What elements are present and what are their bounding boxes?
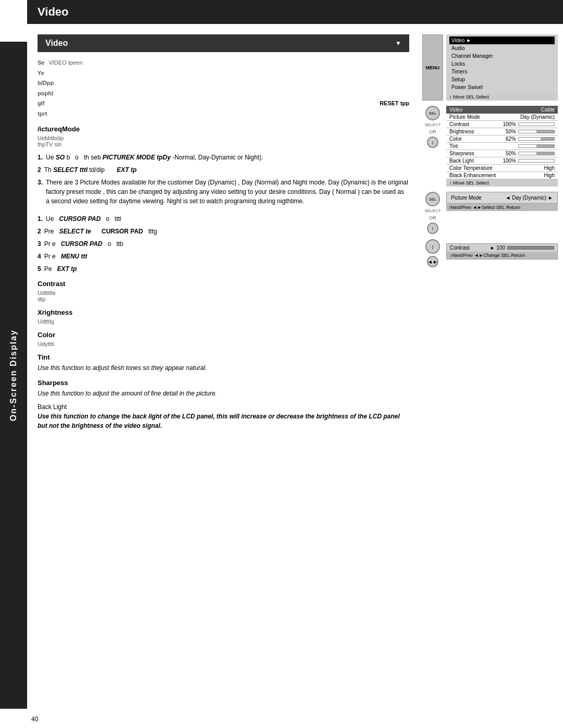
contrast-footer-text: ↕Next/Prev ◄►Change SEL Return (450, 253, 525, 258)
contrast-panel-group: ↕ ◄► Contrast ► 100 ↕Next/Prev (422, 239, 558, 267)
brightness-value-panel: 50% (506, 129, 555, 134)
color-desc: Udytttl (38, 341, 409, 347)
cursor-num-2: 2 (38, 227, 41, 236)
cursor-item-1-text: Ue CURSOR PAD o tttl (46, 214, 121, 224)
contrast-heading: Contrast (38, 280, 409, 288)
brightness-bar (518, 130, 555, 133)
content-wrapper: Video ▼ Se VIDEO tpeen Ye b/Dpp pophl (27, 34, 563, 436)
settings-panel-footer: ↕ Move SEL Select (446, 179, 558, 187)
backlight-label-panel: Back Light (449, 158, 474, 164)
contrast-panel: Contrast ► 100 ↕Next/Prev ◄►Change SEL R… (446, 239, 558, 267)
cursor-num-1: 1. (38, 214, 43, 224)
nav-button-2[interactable]: ↕ (427, 223, 438, 234)
select-text-2: SELECT (424, 208, 440, 213)
brightness-desc: Udtttlg (38, 318, 409, 325)
paragraph-3-wrapper: 3. There are 3 Picture Modes available f… (38, 178, 409, 209)
brightness-row: Brightness 50% (446, 128, 558, 135)
settings-footer-text: ↕ Move SEL Select (449, 180, 489, 186)
sharpness-pct: 50% (506, 151, 516, 156)
settings-tprt-label: tprt (38, 109, 47, 119)
tint-section: Tint Use this function to adjust flesh t… (38, 353, 409, 373)
picture-mode-inline-panel: Picture Mode ◄ Day (Dynamic) ► ↕Next/Pre… (446, 192, 558, 234)
blackenhance-row: Black Enhancement High (446, 172, 558, 179)
numbered-item-3: 3. There are 3 Picture Modes available f… (38, 178, 409, 209)
sharpness-desc: Use this function to adjust the amount o… (38, 389, 409, 398)
cursor-item-4-text: Pr e MENU ttt (44, 252, 88, 261)
tint-label-panel: Tint (449, 143, 458, 149)
video-dropdown[interactable]: Video ▼ (38, 34, 409, 52)
backlight-section: Back Light Use this function to change t… (38, 403, 409, 430)
sharpness-bar (518, 152, 555, 155)
backlight-bar (518, 159, 555, 163)
picture-mode-row: Picture Mode Day (Dynamic) (446, 114, 558, 121)
menu-footer-text: ↕ Move SEL Select (449, 94, 489, 100)
colortemp-label-panel: Color Temperature (449, 165, 493, 171)
tint-row: Tint (446, 143, 558, 150)
menu-item-locks[interactable]: Locks (449, 60, 555, 68)
contrast-panel-row: Contrast ► 100 (447, 244, 557, 252)
video-settings-panel: Video Cable Picture Mode Day (Dynamic) C… (446, 106, 558, 187)
picture-mode-inline-row: Picture Mode ◄ Day (Dynamic) ► (449, 194, 555, 201)
menu-item-setup[interactable]: Setup (449, 76, 555, 83)
color-bar-fill (519, 138, 541, 140)
select-button-2[interactable]: SEL (425, 192, 440, 206)
menu-item-timers[interactable]: Timers (449, 68, 555, 76)
contrast-value-panel: 100% (503, 121, 555, 127)
tint-value-panel (518, 144, 555, 148)
settings-header-left: Video (449, 107, 462, 113)
numbered-item-2: 2 Th SELECT tttl td/dip EXT tp (38, 165, 409, 175)
select-button[interactable]: SEL (425, 106, 440, 120)
page-number: 40 (31, 715, 38, 723)
menu-item-audio[interactable]: Audio (449, 44, 555, 52)
backlight-desc: Use this function to change the back lig… (38, 412, 409, 430)
select-text: SELECT (424, 122, 440, 127)
sharpness-bar-fill (519, 152, 536, 155)
sharpness-label-panel: Sharpness (449, 151, 474, 156)
sharpness-heading: Sharpess (38, 379, 409, 387)
settings-header-right: Cable (541, 107, 555, 113)
brightness-section: Xrightness Udtttlg (38, 309, 409, 325)
menu-footer: ↕ Move SEL Select (446, 93, 558, 101)
brightness-pct: 50% (506, 129, 516, 134)
color-section: Color Udytttl (38, 331, 409, 347)
brightness-heading: Xrightness (38, 309, 409, 316)
contrast-section: Contrast Udttttle dtp (38, 280, 409, 302)
settings-se-label: Se (38, 58, 44, 68)
nav-up-button[interactable]: ↕ (425, 239, 440, 254)
brightness-label-panel: Brightness (449, 129, 474, 134)
picture-mode-inline-footer: ↕Next/Prev ◄►Select SEL Return (446, 204, 558, 211)
left-column: Video ▼ Se VIDEO tpeen Ye b/Dpp pophl (32, 34, 414, 436)
cursor-item-5: 5 Pe EXT tp (38, 264, 409, 274)
video-settings-group: SEL SELECT OR ↕ Video Cable Picture Mode… (422, 106, 558, 187)
color-value-panel: 62% (506, 136, 555, 142)
contrast-panel-label: Contrast (450, 245, 470, 251)
tint-bar-fill (519, 145, 536, 147)
cursor-item-2: 2 Pre SELECT te CURSOR PAD tttg (38, 227, 409, 236)
sharpness-row: Sharpness 50% (446, 150, 558, 157)
blackenhance-label-panel: Black Enhancement (449, 172, 496, 178)
settings-b-label: b/Dpp (38, 79, 54, 88)
menu-panel-group: MENU Video ► Audio Channel Manager Locks… (422, 34, 558, 101)
menu-item-video[interactable]: Video ► (449, 36, 555, 44)
settings-panel-header: Video Cable (446, 106, 558, 114)
picture-mode-footer-text: ↕Next/Prev ◄►Select SEL Return (448, 205, 520, 210)
reset-button[interactable]: RESET tpp (380, 99, 409, 108)
contrast-bar (518, 122, 555, 126)
picture-mode-section: /ictureqMode Uebbtbólp thpTV sln (38, 125, 409, 147)
nav-lr-button[interactable]: ◄► (427, 256, 438, 267)
picture-mode-inline-label: Picture Mode (451, 195, 482, 201)
paragraph-3-text: There are 3 Picture Modes available for … (46, 178, 409, 206)
menu-item-channel[interactable]: Channel Manager (449, 52, 555, 60)
tint-heading: Tint (38, 353, 409, 361)
menu-item-power[interactable]: Power Swivel (449, 83, 555, 91)
cursor-item-4: 4 Pr e MENU ttt (38, 252, 409, 261)
nav-button-1[interactable]: ↕ (427, 137, 438, 148)
backlight-row: Back Light 100% (446, 157, 558, 165)
page-title: Video (38, 5, 553, 19)
sharpness-section: Sharpess Use this function to adjust the… (38, 379, 409, 398)
blackenhance-value-panel: High (544, 172, 555, 178)
color-heading: Color (38, 331, 409, 339)
cursor-item-1: 1. Ue CURSOR PAD o tttl (38, 214, 409, 224)
cursor-num-4: 4 (38, 252, 41, 261)
backlight-pct: 100% (503, 158, 516, 164)
